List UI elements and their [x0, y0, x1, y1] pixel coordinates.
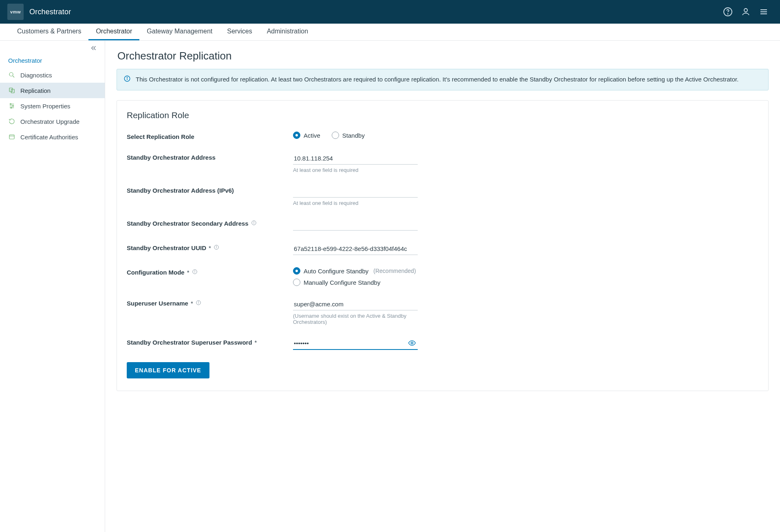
info-icon[interactable] [192, 269, 198, 276]
sidebar-item-replication[interactable]: Replication [0, 83, 105, 98]
radio-label: Active [304, 132, 320, 139]
radio-role-active[interactable]: Active [293, 132, 320, 139]
radio-sublabel: (Recommended) [373, 268, 416, 274]
collapse-sidebar-icon[interactable] [0, 41, 105, 55]
help-icon[interactable] [719, 3, 737, 21]
section-title: Replication Role [127, 110, 758, 120]
radio-label: Manually Configure Standby [304, 279, 380, 286]
label-secondary-address: Standby Orchestrator Secondary Address [127, 218, 293, 227]
svg-point-1 [727, 13, 728, 14]
enable-for-active-button[interactable]: Enable for Active [127, 362, 209, 378]
input-superuser-password[interactable] [293, 337, 418, 350]
info-icon [123, 75, 131, 84]
svg-point-23 [253, 222, 254, 222]
sidebar-title: Orchestrator [0, 55, 105, 67]
app-header: vmw Orchestrator [0, 0, 780, 24]
svg-point-29 [194, 270, 195, 271]
label-standby-address: Standby Orchestrator Address [127, 152, 293, 161]
svg-point-26 [216, 246, 216, 246]
menu-icon[interactable] [755, 3, 773, 21]
sidebar-item-label: System Properties [20, 103, 71, 110]
main-content: Orchestrator Replication This Orchestrat… [105, 41, 780, 532]
info-banner: This Orchestrator is not configured for … [117, 69, 769, 90]
certificate-icon [8, 133, 15, 141]
page-title: Orchestrator Replication [117, 50, 769, 62]
top-tabs: Customers & Partners Orchestrator Gatewa… [0, 24, 780, 41]
tab-services[interactable]: Services [220, 24, 259, 40]
svg-point-32 [198, 301, 198, 302]
sidebar-item-certificate-authorities[interactable]: Certificate Authorities [0, 129, 105, 145]
sidebar-item-label: Certificate Authorities [20, 134, 78, 141]
system-properties-icon [8, 102, 15, 110]
user-icon[interactable] [737, 3, 755, 21]
info-banner-text: This Orchestrator is not configured for … [136, 75, 738, 84]
input-uuid[interactable] [293, 243, 418, 255]
radio-label: Standby [342, 132, 365, 139]
radio-role-standby[interactable]: Standby [332, 132, 365, 139]
svg-rect-8 [9, 88, 13, 92]
replication-form-card: Replication Role Select Replication Role… [117, 100, 769, 391]
radio-dot-icon [293, 279, 300, 286]
hint-standby-address: At least one field is required [293, 167, 418, 173]
radio-label: Auto Configure Standby [304, 268, 368, 275]
input-standby-address[interactable] [293, 152, 418, 165]
sidebar-item-label: Replication [20, 87, 51, 94]
info-icon[interactable] [196, 300, 201, 307]
input-standby-address-ipv6[interactable] [293, 185, 418, 198]
info-icon[interactable] [251, 220, 257, 227]
label-uuid: Standby Orchestrator UUID * [127, 243, 293, 251]
label-superuser-username: Superuser Username * [127, 298, 293, 307]
svg-point-2 [744, 9, 747, 12]
label-superuser-password: Standby Orchestrator Superuser Password … [127, 337, 293, 346]
vmw-logo: vmw [7, 4, 24, 20]
label-standby-address-ipv6: Standby Orchestrator Address (IPv6) [127, 185, 293, 194]
svg-rect-9 [11, 89, 15, 93]
sidebar: Orchestrator Diagnostics Replication Sys… [0, 41, 105, 532]
svg-point-6 [9, 73, 13, 76]
hint-standby-address-ipv6: At least one field is required [293, 200, 418, 206]
svg-point-33 [411, 342, 413, 344]
label-select-role: Select Replication Role [127, 132, 293, 140]
info-icon[interactable] [214, 244, 219, 251]
tab-administration[interactable]: Administration [260, 24, 315, 40]
tab-orchestrator[interactable]: Orchestrator [88, 24, 139, 40]
radio-dot-icon [332, 132, 339, 139]
svg-rect-16 [9, 135, 14, 139]
tab-gateway-management[interactable]: Gateway Management [139, 24, 220, 40]
radio-dot-icon [293, 132, 300, 139]
input-superuser-username[interactable] [293, 298, 418, 310]
radio-mode-manual[interactable]: Manually Configure Standby [293, 279, 418, 286]
sidebar-item-diagnostics[interactable]: Diagnostics [0, 67, 105, 83]
sidebar-item-system-properties[interactable]: System Properties [0, 98, 105, 114]
hint-superuser-username: (Username should exist on the Active & S… [293, 313, 418, 325]
radio-mode-auto[interactable]: Auto Configure Standby (Recommended) [293, 267, 418, 275]
tab-customers-partners[interactable]: Customers & Partners [10, 24, 88, 40]
sidebar-item-label: Orchestrator Upgrade [20, 118, 79, 125]
replication-icon [8, 87, 15, 94]
sidebar-item-orchestrator-upgrade[interactable]: Orchestrator Upgrade [0, 114, 105, 129]
diagnostics-icon [8, 71, 15, 79]
svg-line-7 [13, 76, 14, 77]
show-password-icon[interactable] [408, 339, 416, 348]
label-config-mode: Configuration Mode * [127, 267, 293, 276]
brand-title: Orchestrator [29, 8, 71, 16]
radio-dot-icon [293, 267, 300, 275]
svg-point-20 [127, 77, 127, 77]
upgrade-icon [8, 118, 15, 125]
sidebar-item-label: Diagnostics [20, 72, 52, 79]
input-secondary-address[interactable] [293, 218, 418, 231]
